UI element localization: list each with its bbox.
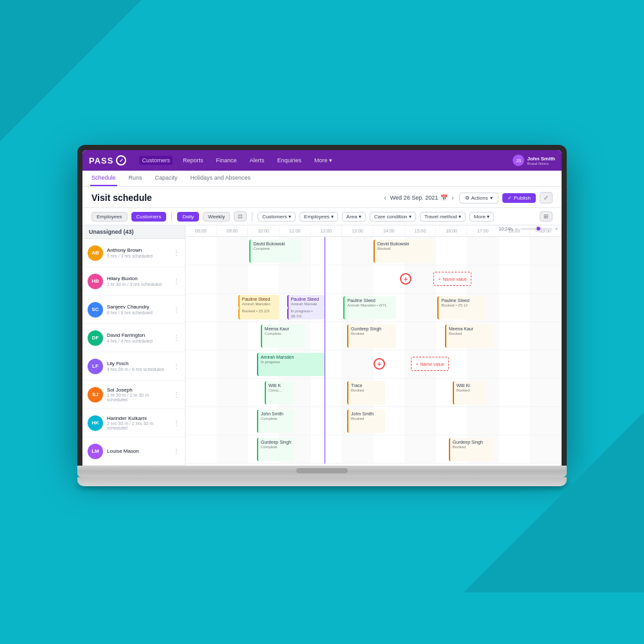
event-block[interactable]: Gurdeep Singh Booked	[449, 438, 494, 461]
employee-row: LM Louise Mason ⋮	[82, 437, 185, 466]
zoom-label: 10:24h	[498, 227, 512, 231]
tab-capacity[interactable]: Capacity	[154, 171, 179, 186]
next-date-btn[interactable]: ›	[450, 194, 455, 202]
employee-menu-btn[interactable]: ⋮	[173, 306, 180, 313]
laptop-bottom	[77, 477, 567, 486]
event-block[interactable]: John Smith Booked	[347, 410, 384, 433]
add-event-btn[interactable]: +	[374, 358, 385, 370]
grid-view-btn[interactable]: ⊞	[540, 211, 553, 222]
event-block[interactable]: Pauline Steed Amirah Marsden • 0/71	[343, 296, 396, 319]
time-slot-15: 15:00	[405, 225, 437, 236]
time-slot-13: 13:00	[342, 225, 374, 236]
nav-customers[interactable]: Customers	[139, 156, 173, 165]
employee-info: Hilary Buxton 1 hr 30 m / 3 hrs schedule…	[107, 276, 169, 287]
employee-info: David Farrington 4 hrs / 4 hrs scheduled	[107, 332, 169, 343]
employee-hours: 4 hrs / 4 hrs scheduled	[107, 339, 169, 343]
avatar: SC	[88, 302, 103, 317]
toggle-employees-btn[interactable]: Employees	[91, 212, 128, 222]
nav-reports[interactable]: Reports	[180, 156, 206, 165]
zoom-handle[interactable]	[536, 226, 541, 231]
event-name: Willi K	[269, 383, 292, 388]
event-block[interactable]: David Bukowski Complete	[249, 240, 302, 263]
nav-enquiries[interactable]: Enquiries	[275, 156, 305, 165]
publish-button[interactable]: ✓ Publish	[502, 193, 536, 203]
employee-menu-btn[interactable]: ⋮	[173, 419, 180, 426]
event-status: Booked • 25.2/3	[242, 309, 277, 314]
nav-more[interactable]: More ▾	[312, 156, 335, 165]
tab-holidays[interactable]: Holidays and Absences	[189, 171, 252, 186]
timeline-row-louise: Gurdeep Singh Complete Gurdeep Singh Boo…	[185, 435, 562, 464]
nav-alerts[interactable]: Alerts	[247, 156, 267, 165]
event-block[interactable]: Willi K Comp...	[265, 381, 295, 404]
zoom-slider[interactable]	[520, 228, 553, 230]
event-block[interactable]: Gurdeep Singh Booked	[347, 325, 396, 348]
actions-button[interactable]: ⚙ Actions ▾	[459, 193, 498, 204]
event-block[interactable]: Gurdeep Singh Complete	[257, 438, 294, 461]
event-name: Pauline Steed	[441, 298, 484, 303]
event-status: Amirah Marsde	[291, 302, 322, 307]
user-menu[interactable]: JS John Smith Brand Ninno	[513, 155, 555, 166]
zoom-control: 10:24h − +	[498, 227, 558, 231]
toggle-weekly-btn[interactable]: Weekly	[203, 212, 230, 222]
event-block[interactable]: Willi Ki Booked	[453, 381, 487, 404]
laptop-base	[77, 466, 567, 477]
employee-menu-btn[interactable]: ⋮	[173, 363, 180, 370]
event-status: Complete	[253, 247, 299, 252]
event-status: Amirah Marsden	[242, 302, 277, 307]
time-slot-14: 14:00	[374, 225, 405, 236]
name-value-block[interactable]: + Name value	[433, 272, 471, 286]
employees-filter[interactable]: Employees ▾	[299, 212, 338, 222]
employee-menu-btn[interactable]: ⋮	[173, 391, 180, 398]
event-block[interactable]: Meena Kaur Booked	[445, 325, 494, 348]
employee-menu-btn[interactable]: ⋮	[173, 278, 180, 285]
event-status: Booked	[453, 445, 491, 450]
user-name: John Smith	[527, 156, 555, 162]
time-slot-16: 16:00	[436, 225, 468, 236]
timeline-rows: David Bukowski Complete David Bukowski B…	[185, 237, 562, 464]
tab-schedule[interactable]: Schedule	[90, 171, 117, 186]
more-filter[interactable]: More ▾	[469, 212, 494, 222]
calendar-icon[interactable]: 📅	[440, 194, 448, 201]
event-block[interactable]: Amirah Marsden In progress	[257, 353, 325, 376]
filter-options-btn[interactable]: ⚖	[234, 211, 247, 222]
event-block[interactable]: Pauline Steed Amirah Marsden	[238, 295, 279, 308]
event-block[interactable]: Meena Kaur Complete	[261, 325, 306, 348]
prev-date-btn[interactable]: ‹	[383, 194, 387, 202]
laptop-screen: PASS ✓ Customers Reports Finance Alerts …	[77, 145, 567, 466]
current-time-line	[325, 237, 325, 464]
event-block[interactable]: John Smith Complete	[257, 410, 294, 433]
nav-finance[interactable]: Finance	[213, 156, 239, 165]
plus-icon: +	[415, 362, 418, 366]
employee-hours: 8 hrs / 8 hrs scheduled	[107, 310, 169, 315]
time-slot-17: 17:00	[468, 225, 499, 236]
event-block-sub[interactable]: In progress • 28.7/2	[287, 308, 325, 319]
name-value-block[interactable]: + Name value	[411, 357, 448, 371]
employee-hours: 5 hrs / 3 hrs scheduled	[107, 254, 169, 258]
travel-method-filter[interactable]: Travel method ▾	[420, 212, 466, 222]
event-block[interactable]: David Bukowski Booked	[374, 240, 433, 263]
event-block[interactable]: Pauline Steed Booked • 25.12	[437, 296, 486, 319]
toggle-daily-btn[interactable]: Daily	[177, 212, 199, 222]
event-block[interactable]: Trace Booked	[347, 381, 384, 404]
time-slot-8: 08:00	[185, 225, 217, 236]
tab-runs[interactable]: Runs	[128, 171, 144, 186]
event-name: Willi Ki	[457, 383, 484, 388]
zoom-plus[interactable]: +	[555, 227, 558, 231]
customers-filter[interactable]: Customers ▾	[258, 212, 296, 222]
employee-hours: 2 hrs 30 m / 2 hrs 30 m scheduled	[107, 421, 169, 430]
zoom-minus[interactable]: −	[515, 227, 518, 231]
current-date: Wed 26 Sep. 2021	[390, 194, 438, 201]
employee-menu-btn[interactable]: ⋮	[173, 334, 180, 341]
add-event-btn[interactable]: +	[400, 273, 412, 285]
area-filter[interactable]: Area ▾	[342, 212, 366, 222]
event-status: Booked	[351, 388, 382, 393]
event-block-sub[interactable]: Booked • 25.2/3	[238, 308, 279, 319]
employee-menu-btn[interactable]: ⋮	[173, 249, 180, 256]
event-name: Amirah Marsden	[261, 354, 322, 360]
expand-button[interactable]: ⤢	[540, 192, 553, 204]
event-block[interactable]: Pauline Steed Amirah Marsde	[287, 295, 325, 308]
employee-menu-btn[interactable]: ⋮	[173, 448, 180, 455]
toggle-customers-btn[interactable]: Customers	[131, 212, 167, 222]
event-status: Complete	[261, 445, 292, 450]
care-condition-filter[interactable]: Care condition ▾	[370, 212, 416, 222]
